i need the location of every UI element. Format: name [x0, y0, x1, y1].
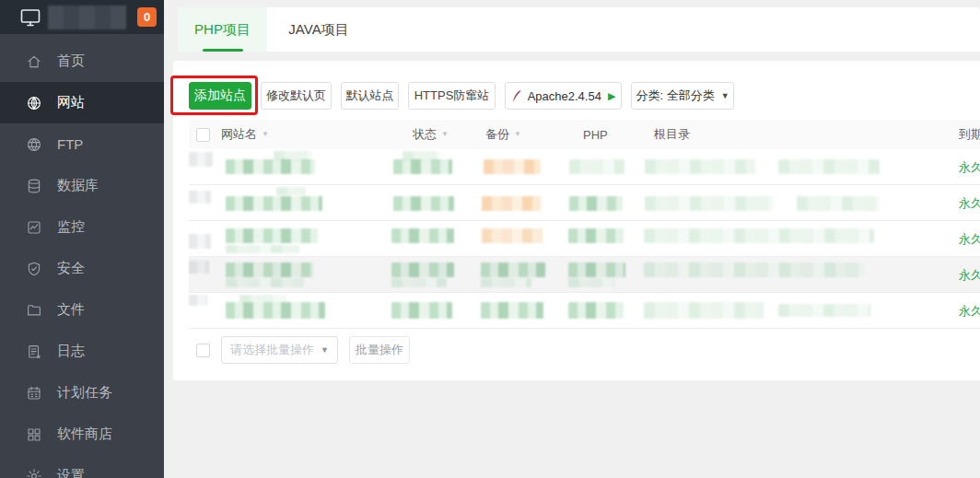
sidebar-item-website[interactable]: 网站 [0, 82, 164, 123]
redacted-blur [276, 187, 306, 195]
chevron-down-icon: ▼ [321, 346, 329, 355]
select-all-checkbox[interactable] [196, 128, 210, 142]
sidebar-item-cron[interactable]: 计划任务 [0, 372, 164, 414]
tab-java-project[interactable]: JAVA项目 [267, 7, 370, 52]
shield-check-icon [26, 261, 42, 277]
redacted-php-blur [568, 262, 625, 277]
redacted-checkbox-blur [189, 191, 211, 204]
redacted-site-name-blur [226, 302, 325, 319]
apache-feather-icon [511, 89, 521, 103]
sidebar-item-label: 首页 [57, 52, 85, 70]
redacted-root-dir-blur [645, 196, 774, 211]
redacted-status-blur [391, 262, 454, 277]
redacted-blur [239, 295, 286, 302]
sidebar-item-label: FTP [57, 136, 83, 152]
column-label: 状态 [413, 126, 437, 143]
batch-select-all-checkbox[interactable] [196, 344, 210, 357]
select-all-cell [196, 120, 210, 149]
column-header-backup[interactable]: 备份 ▼ [485, 120, 521, 149]
redacted-checkbox-blur [189, 261, 209, 274]
redacted-blur [481, 278, 531, 287]
redacted-root-dir-blur [645, 159, 755, 174]
column-header-status[interactable]: 状态 ▼ [413, 120, 449, 149]
sidebar-item-ftp[interactable]: FTP [0, 123, 164, 165]
redacted-root-dir-blur [778, 304, 870, 317]
expiry-value[interactable]: 永久 [959, 231, 980, 248]
sidebar-item-label: 数据库 [57, 177, 99, 194]
redacted-php-blur [568, 228, 624, 243]
table-row[interactable]: 永久 [189, 185, 980, 221]
column-header-site-name[interactable]: 网站名 ▼ [221, 120, 269, 149]
toolbar: 添加站点 修改默认页 默认站点 HTTPS防窜站 Apache2.4.54 ▶ … [189, 82, 734, 110]
log-icon [26, 344, 42, 360]
expiry-value[interactable]: 永久 [959, 159, 980, 176]
sidebar-item-monitoring[interactable]: 监控 [0, 206, 164, 248]
calendar-icon [26, 385, 42, 402]
sidebar-item-home[interactable]: 首页 [0, 41, 164, 82]
redacted-root-dir-blur [778, 159, 880, 174]
redacted-site-name-blur [226, 159, 315, 174]
redacted-php-blur [568, 302, 624, 319]
sidebar-item-label: 设置 [57, 467, 85, 478]
expiry-value[interactable]: 永久 [959, 267, 980, 284]
web-server-status-button[interactable]: Apache2.4.54 ▶ [505, 82, 622, 110]
sidebar-item-label: 计划任务 [57, 384, 112, 402]
tab-label: PHP项目 [194, 21, 251, 39]
column-label: 网站名 [221, 126, 257, 143]
sidebar-item-app-store[interactable]: 软件商店 [0, 414, 164, 455]
add-site-button[interactable]: 添加站点 [189, 82, 251, 110]
site-list-panel: 添加站点 修改默认页 默认站点 HTTPS防窜站 Apache2.4.54 ▶ … [173, 61, 980, 380]
sidebar-item-database[interactable]: 数据库 [0, 165, 164, 206]
message-count-badge[interactable]: 0 [137, 7, 157, 27]
category-filter-dropdown[interactable]: 分类: 全部分类 ▼ [631, 82, 734, 110]
table-row[interactable]: 永久 [189, 221, 980, 257]
monitor-chart-icon [26, 219, 42, 236]
redacted-backup-blur [484, 159, 541, 174]
redacted-backup-blur [481, 262, 545, 277]
sidebar-item-settings[interactable]: 设置 [0, 455, 164, 478]
redacted-site-name-blur [226, 262, 313, 277]
redacted-root-dir-blur [797, 196, 880, 211]
tab-php-project[interactable]: PHP项目 [178, 7, 267, 52]
redacted-backup-blur [481, 302, 543, 319]
redacted-checkbox-blur [189, 152, 213, 167]
sidebar-item-files[interactable]: 文件 [0, 289, 164, 331]
service-running-play-icon: ▶ [608, 91, 615, 101]
redacted-backup-blur [482, 228, 542, 243]
redacted-backup-blur [482, 196, 541, 211]
topbar: 0 [0, 0, 164, 34]
monitor-logo-icon [18, 6, 42, 29]
table-row[interactable]: 永久 [189, 293, 980, 329]
redacted-blur [568, 278, 614, 287]
redacted-php-blur [569, 196, 623, 211]
redacted-blur [226, 278, 304, 287]
redacted-root-dir-blur [644, 228, 874, 243]
table-row[interactable]: 永久 [189, 149, 980, 185]
column-header-expiry: 到期 [959, 120, 980, 149]
site-table-body: 永久 永久 永久 [189, 149, 980, 329]
home-icon [26, 53, 42, 70]
store-grid-icon [26, 426, 42, 443]
https-guard-button[interactable]: HTTPS防窜站 [408, 82, 496, 110]
server-name-redacted [48, 6, 126, 29]
redacted-php-blur [569, 159, 624, 174]
batch-operation-select[interactable]: 请选择批量操作 ▼ [221, 336, 338, 364]
column-label: 到期 [959, 126, 980, 143]
sidebar-item-logs[interactable]: 日志 [0, 331, 164, 372]
globe-icon [26, 95, 42, 111]
sidebar-item-label: 软件商店 [57, 426, 112, 443]
table-row[interactable]: 永久 [189, 257, 980, 293]
redacted-checkbox-blur [189, 234, 211, 249]
sidebar-item-security[interactable]: 安全 [0, 248, 164, 289]
batch-operation-button[interactable]: 批量操作 [349, 336, 410, 364]
redacted-root-dir-blur [644, 262, 865, 277]
column-label: 备份 [485, 126, 509, 143]
tab-label: JAVA项目 [288, 21, 348, 39]
column-header-root-dir: 根目录 [654, 120, 690, 149]
expiry-value[interactable]: 永久 [959, 303, 980, 320]
expiry-value[interactable]: 永久 [959, 195, 980, 212]
column-label: PHP [583, 128, 608, 142]
modify-default-page-button[interactable]: 修改默认页 [261, 82, 332, 110]
default-site-button[interactable]: 默认站点 [341, 82, 399, 110]
ftp-globe-icon [26, 136, 42, 153]
